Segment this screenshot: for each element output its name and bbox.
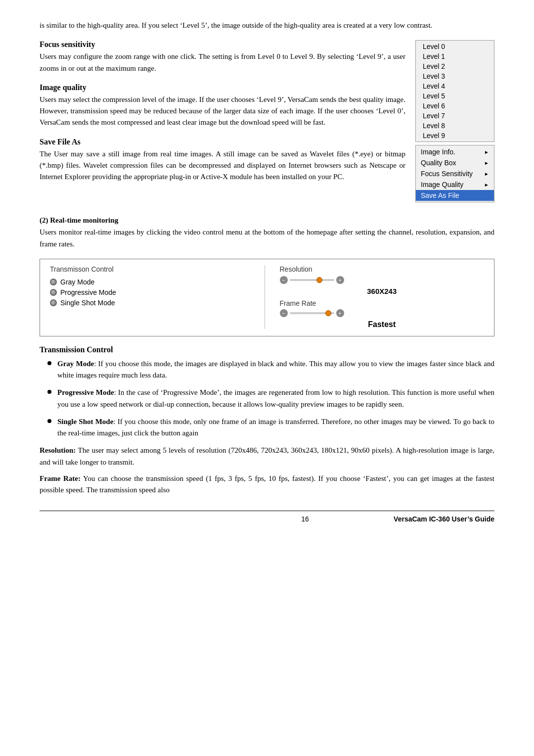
gray-mode-term: Gray Mode [57,360,94,368]
gray-mode-bullet: Gray Mode: If you choose this mode, the … [40,358,494,381]
framerate-decrease-button[interactable]: − [280,309,288,317]
frame-rate-slider-thumb[interactable] [325,310,331,316]
context-menu[interactable]: Image Info. ► Quality Box ► Focus Sensit… [415,145,494,202]
gray-mode-text: Gray Mode: If you choose this mode, the … [57,358,494,381]
resolution-decrease-button[interactable]: − [280,276,288,284]
level-2-item[interactable]: Level 2 [416,61,494,71]
radio-circle-icon [50,299,57,306]
frame-rate-label: Frame Rate [280,299,485,307]
intro-paragraph: is similar to the high-quality area. If … [40,20,494,31]
resolution-slider-row[interactable]: − + [280,276,485,284]
level-9-item[interactable]: Level 9 [416,131,494,141]
frame-rate-slider-track[interactable] [290,312,334,314]
realtime-subheading: (2) Real-time monitoring [40,216,494,225]
single-shot-mode-label: Single Shot Mode [60,299,115,307]
arrow-icon: ► [484,171,489,177]
level-8-item[interactable]: Level 8 [416,121,494,131]
arrow-icon: ► [484,182,489,188]
progressive-mode-term: Progressive Mode [57,388,114,396]
transmission-control-box: Transmisson Control Gray Mode Progressiv… [40,259,494,336]
menu-focus-sensitivity[interactable]: Focus Sensitivity ► [416,168,494,179]
progressive-mode-bullet: Progressive Mode: In the case of ‘Progre… [40,387,494,410]
tx-right-panel: Resolution − + 360X243 Frame Rate − + Fa… [265,265,485,329]
progressive-mode-text: Progressive Mode: In the case of ‘Progre… [57,387,494,410]
resolution-increase-button[interactable]: + [336,276,344,284]
realtime-body: Users monitor real-time images by clicki… [40,227,494,250]
framerate-increase-button[interactable]: + [336,309,344,317]
progressive-mode-desc: : In the case of ‘Progressive Mode’, the… [57,388,494,408]
fastest-label: Fastest [280,320,485,329]
level-5-item[interactable]: Level 5 [416,91,494,101]
gray-mode-label: Gray Mode [60,278,94,286]
bullet-dot-icon [47,390,51,394]
bullet-dot-icon [47,361,51,365]
resolution-slider-track[interactable] [290,279,334,281]
level-6-item[interactable]: Level 6 [416,101,494,111]
footer-user-guide: User’s Guide [450,515,494,523]
resolution-text: The user may select among 5 levels of re… [40,446,494,466]
menu-quality-box[interactable]: Quality Box ► [416,157,494,168]
frame-rate-term: Frame Rate: [40,474,81,482]
menu-image-info[interactable]: Image Info. ► [416,146,494,157]
level-1-item[interactable]: Level 1 [416,51,494,61]
arrow-icon: ► [484,149,489,155]
single-shot-term: Single Shot Mode [57,418,113,425]
level-3-item[interactable]: Level 3 [416,71,494,81]
frame-rate-slider-row[interactable]: − + [280,309,485,317]
transmission-control-list: Gray Mode: If you choose this mode, the … [40,358,494,439]
transmission-control-heading: Transmission Control [40,345,494,354]
footer-brand: VersaCam IC-360 User’s Guide [394,515,494,523]
menu-save-as-file[interactable]: Save As File [416,190,494,201]
level-and-context-menus: Level 0 Level 1 Level 2 Level 3 Level 4 … [415,40,494,202]
tx-left-panel: Transmisson Control Gray Mode Progressiv… [50,265,265,329]
frame-rate-paragraph: Frame Rate: You can choose the transmiss… [40,473,494,496]
radio-circle-icon [50,289,57,296]
frame-rate-text: You can choose the transmission speed (1… [40,474,494,494]
progressive-mode-label: Progressive Mode [60,288,116,296]
arrow-icon: ► [484,160,489,166]
single-shot-text: Single Shot Mode: If you choose this mod… [57,416,494,439]
resolution-term: Resolution: [40,446,76,454]
footer-rule [40,511,494,511]
single-shot-mode-radio[interactable]: Single Shot Mode [50,299,255,307]
focus-sensitivity-section: Level 0 Level 1 Level 2 Level 3 Level 4 … [40,40,494,207]
footer-brand-name: VersaCam IC-360 [394,515,450,523]
level-0-item[interactable]: Level 0 [416,42,494,51]
footer: 16 VersaCam IC-360 User’s Guide [40,515,494,523]
level-menu[interactable]: Level 0 Level 1 Level 2 Level 3 Level 4 … [415,40,494,142]
gray-mode-radio[interactable]: Gray Mode [50,278,255,286]
bullet-dot-icon [47,419,51,423]
level-4-item[interactable]: Level 4 [416,81,494,91]
radio-circle-icon [50,279,57,285]
gray-mode-desc: : If you choose this mode, the images ar… [57,360,494,379]
single-shot-desc: : If you choose this mode, only one fram… [57,418,494,437]
resolution-paragraph: Resolution: The user may select among 5 … [40,445,494,468]
menu-image-quality[interactable]: Image Quality ► [416,179,494,190]
tx-title: Transmisson Control [50,265,255,273]
footer-page-number: 16 [217,515,394,523]
resolution-slider-thumb[interactable] [316,277,322,283]
single-shot-bullet: Single Shot Mode: If you choose this mod… [40,416,494,439]
level-7-item[interactable]: Level 7 [416,111,494,121]
resolution-value: 360X243 [280,287,485,295]
resolution-label: Resolution [280,265,485,273]
progressive-mode-radio[interactable]: Progressive Mode [50,288,255,296]
